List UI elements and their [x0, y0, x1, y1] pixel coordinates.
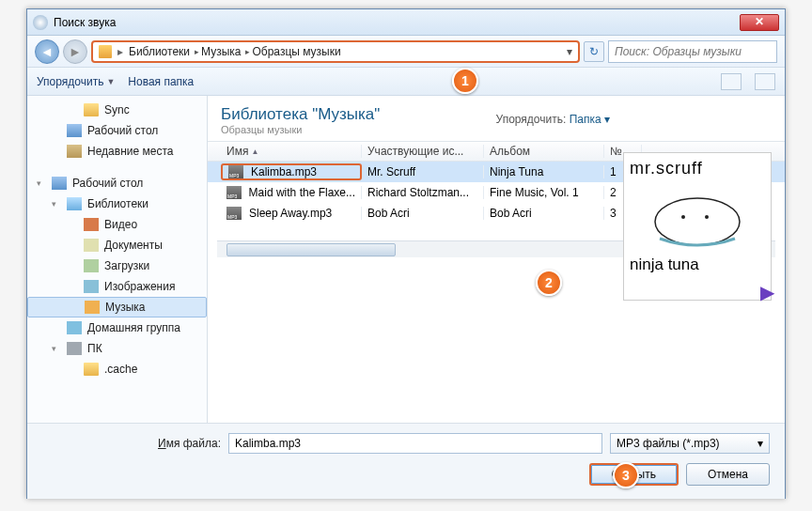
tree-item[interactable]: ▾Библиотеки [27, 194, 207, 214]
callout-2: 2 [536, 270, 562, 296]
address-dropdown[interactable]: ▾ [567, 45, 572, 58]
tree-item-label: Sync [104, 101, 130, 118]
desk-icon [67, 124, 82, 137]
album-art-title: mr.scruff [630, 159, 765, 178]
folder-icon [99, 45, 112, 58]
tree-item-label: .cache [104, 361, 137, 378]
album-art-image [641, 184, 754, 250]
hg-icon [67, 321, 82, 334]
titlebar: Поиск звука ✕ [27, 9, 785, 36]
forward-button[interactable]: ► [63, 39, 87, 64]
doc-icon [84, 239, 99, 252]
mp3-icon [228, 165, 243, 178]
breadcrumb-segment[interactable]: Библиотеки [129, 45, 190, 58]
tree-item-label: Рабочий стол [72, 175, 143, 192]
mus-icon [85, 301, 100, 314]
desk-icon [52, 177, 67, 190]
address-bar[interactable]: ▸ Библиотеки▸ Музыка▸ Образцы музыки ▾ [91, 40, 580, 63]
file-open-dialog: Поиск звука ✕ ◄ ► ▸ Библиотеки▸ Музыка▸ … [26, 8, 786, 499]
search-input[interactable] [615, 45, 771, 58]
arrange-by-link[interactable]: Папка ▾ [570, 113, 610, 126]
filename-input[interactable] [228, 433, 602, 454]
tree-item[interactable]: Домашняя группа [27, 317, 207, 338]
tree-item-label: ПК [87, 340, 102, 357]
tree-item[interactable]: Sync [27, 100, 207, 120]
tree-item[interactable]: Документы [27, 235, 207, 256]
sort-asc-icon: ▲ [251, 147, 258, 156]
tree-item[interactable]: Изображения [27, 276, 207, 297]
nav-row: ◄ ► ▸ Библиотеки▸ Музыка▸ Образцы музыки… [27, 36, 785, 68]
svg-point-1 [681, 215, 685, 219]
navigation-tree[interactable]: SyncРабочий столНедавние места▾Рабочий с… [27, 96, 208, 423]
mp3-icon [226, 186, 242, 199]
tree-item[interactable]: Музыка [27, 297, 207, 317]
dialog-footer: Имя файла: MP3 файлы (*.mp3)▾ Открыть От… [27, 423, 785, 499]
tree-item-label: Загрузки [104, 257, 149, 274]
organize-menu[interactable]: Упорядочить▼ [37, 75, 115, 88]
new-folder-button[interactable]: Новая папка [128, 75, 194, 88]
refresh-button[interactable]: ↻ [584, 41, 604, 62]
app-icon [33, 15, 48, 30]
dl-icon [84, 259, 99, 272]
play-icon[interactable]: ▶ [760, 281, 774, 303]
recent-icon [67, 145, 82, 158]
toolbar: Упорядочить▼ Новая папка [27, 68, 785, 96]
file-list-pane: Библиотека "Музыка" Образцы музыки Упоря… [208, 96, 785, 423]
breadcrumb-segment[interactable]: Образцы музыки [252, 45, 340, 58]
tree-item-label: Библиотеки [87, 195, 148, 212]
tree-item-label: Видео [104, 216, 137, 233]
tree-item[interactable]: .cache [27, 359, 207, 379]
col-name[interactable]: Имя ▲ [221, 145, 362, 158]
svg-point-0 [655, 198, 740, 245]
svg-point-2 [705, 215, 709, 219]
arrange-by: Упорядочить: Папка ▾ [496, 113, 610, 126]
callout-1: 1 [452, 68, 478, 94]
col-album[interactable]: Альбом [484, 145, 604, 158]
breadcrumb-segment[interactable]: Музыка [201, 45, 241, 58]
tree-item-label: Музыка [105, 299, 145, 316]
fold-icon [84, 103, 99, 116]
tree-item[interactable]: Видео [27, 214, 207, 235]
tree-item-label: Рабочий стол [87, 122, 158, 139]
preview-pane: mr.scruff ninja tuna ▶ [623, 152, 772, 301]
pc-icon [67, 342, 82, 355]
tree-item[interactable]: Недавние места [27, 141, 207, 162]
lib-icon [67, 197, 82, 210]
tree-item-label: Домашняя группа [87, 319, 180, 336]
back-button[interactable]: ◄ [35, 39, 59, 64]
mp3-icon [226, 207, 242, 220]
vid-icon [84, 218, 99, 231]
col-artist[interactable]: Участвующие ис... [362, 145, 484, 158]
tree-item[interactable]: Рабочий стол [27, 120, 207, 141]
search-box[interactable] [608, 40, 777, 63]
tree-item-label: Документы [104, 237, 163, 254]
tree-item[interactable]: Загрузки [27, 256, 207, 276]
window-title: Поиск звука [54, 16, 116, 29]
help-button[interactable] [755, 73, 775, 90]
tree-item[interactable]: ▾ПК [27, 338, 207, 359]
dialog-body: SyncРабочий столНедавние места▾Рабочий с… [27, 96, 785, 423]
album-art-subtitle: ninja tuna [630, 256, 765, 274]
tree-item-label: Недавние места [87, 143, 173, 160]
tree-item[interactable]: ▾Рабочий стол [27, 173, 207, 194]
filename-label: Имя файла: [42, 437, 221, 450]
fold-icon [84, 363, 99, 376]
callout-3: 3 [613, 462, 639, 488]
img-icon [84, 280, 99, 293]
view-options-button[interactable] [721, 73, 742, 90]
tree-item-label: Изображения [104, 278, 175, 295]
close-button[interactable]: ✕ [740, 14, 779, 31]
filetype-dropdown[interactable]: MP3 файлы (*.mp3)▾ [610, 433, 770, 454]
cancel-button[interactable]: Отмена [686, 463, 770, 486]
